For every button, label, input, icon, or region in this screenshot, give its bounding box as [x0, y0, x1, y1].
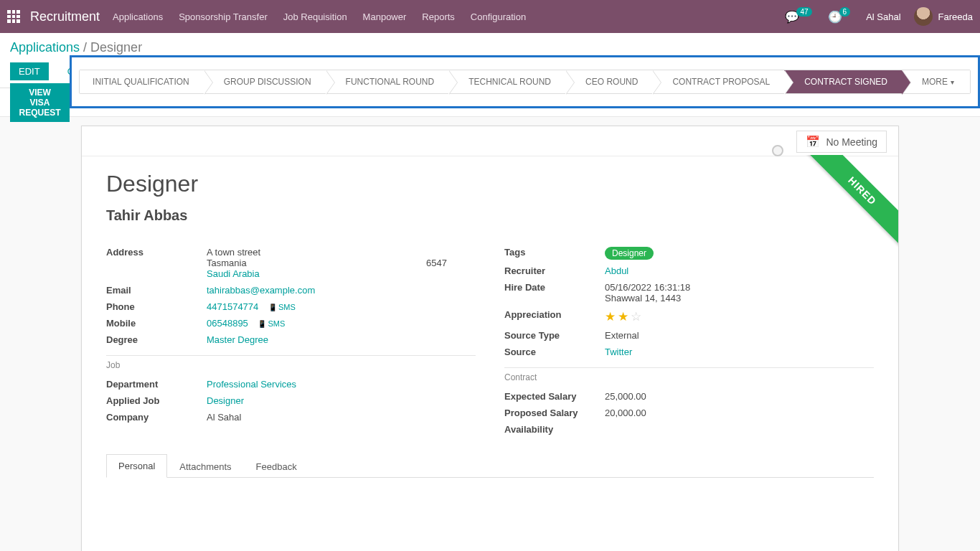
- stage-initial-qualification[interactable]: INITIAL QUALIFICATION: [80, 70, 204, 93]
- label-hire-date: Hire Date: [504, 282, 605, 293]
- expected-salary-value: 25,000.00: [605, 391, 874, 402]
- label-degree: Degree: [106, 334, 207, 345]
- star-1[interactable]: ★: [605, 309, 616, 324]
- label-address: Address: [106, 247, 207, 258]
- candidate-name: Tahir Abbas: [106, 207, 874, 224]
- recruiter-value[interactable]: Abdul: [605, 265, 628, 276]
- tab-feedback[interactable]: Feedback: [244, 454, 309, 478]
- form-sheet: 📅 No Meeting HIRED Designer Tahir Abbas …: [81, 126, 899, 551]
- calendar-icon: 📅: [806, 135, 820, 149]
- user-menu[interactable]: Fareeda: [914, 7, 973, 26]
- label-source-type: Source Type: [504, 330, 605, 341]
- department-value[interactable]: Professional Services: [207, 379, 296, 390]
- app-brand[interactable]: Recruitment: [30, 9, 100, 24]
- label-source: Source: [504, 347, 605, 357]
- section-job: Job: [106, 360, 476, 370]
- stage-functional-round[interactable]: FUNCTIONAL ROUND: [326, 70, 449, 93]
- tab-personal[interactable]: Personal: [106, 454, 167, 478]
- menu-job-requisition[interactable]: Job Requisition: [283, 11, 347, 22]
- label-company: Company: [106, 412, 207, 423]
- label-expected-salary: Expected Salary: [504, 391, 605, 402]
- label-mobile: Mobile: [106, 318, 207, 329]
- source-type-value: External: [605, 330, 874, 341]
- stage-contract-signed[interactable]: CONTRACT SIGNED: [784, 70, 902, 93]
- address-city: Tasmania: [207, 258, 247, 268]
- stage-ceo-round[interactable]: CEO ROUND: [565, 70, 652, 93]
- view-visa-request-button[interactable]: VIEW VISA REQUEST: [10, 83, 70, 122]
- messages-indicator[interactable]: 💬 47: [785, 10, 814, 24]
- label-recruiter: Recruiter: [504, 265, 605, 276]
- applied-job-value[interactable]: Designer: [207, 395, 244, 406]
- job-title: Designer: [106, 171, 874, 197]
- company-switcher[interactable]: Al Sahal: [866, 11, 900, 22]
- caret-down-icon: ▾: [951, 78, 954, 86]
- proposed-salary-value: 20,000.00: [605, 408, 874, 418]
- avatar: [914, 7, 933, 26]
- mobile-value[interactable]: 06548895: [207, 318, 248, 329]
- breadcrumb-sep: /: [83, 40, 90, 55]
- stage-statusbar: INITIAL QUALIFICATION GROUP DISCUSSION F…: [79, 70, 971, 94]
- stage-more[interactable]: MORE ▾: [902, 70, 970, 93]
- menu-configuration[interactable]: Configuration: [471, 11, 526, 22]
- label-tags: Tags: [504, 247, 605, 258]
- company-value: Al Sahal: [207, 412, 476, 423]
- appreciation-stars[interactable]: ★ ★ ☆: [605, 309, 874, 324]
- edit-button[interactable]: EDIT: [10, 62, 49, 80]
- company-name: Al Sahal: [866, 11, 900, 22]
- stage-contract-proposal[interactable]: CONTRACT PROPOSAL: [652, 70, 784, 93]
- menu-manpower[interactable]: Manpower: [363, 11, 407, 22]
- activities-indicator[interactable]: 🕘 6: [828, 10, 854, 24]
- label-email: Email: [106, 285, 207, 296]
- address-street: A town street: [207, 247, 476, 258]
- hire-date-gregorian: 05/16/2022 16:31:18: [605, 282, 874, 293]
- label-applied-job: Applied Job: [106, 395, 207, 406]
- stage-group-discussion[interactable]: GROUP DISCUSSION: [204, 70, 326, 93]
- kanban-state-indicator[interactable]: [772, 145, 783, 156]
- menu-applications[interactable]: Applications: [113, 11, 163, 22]
- label-department: Department: [106, 379, 207, 390]
- tag-designer[interactable]: Designer: [605, 247, 654, 260]
- source-value[interactable]: Twitter: [605, 347, 632, 357]
- address-zip: 6547: [426, 258, 476, 268]
- activities-badge: 6: [839, 7, 851, 17]
- apps-icon[interactable]: [7, 10, 20, 23]
- mobile-sms-link[interactable]: SMS: [258, 319, 285, 328]
- messages-badge: 47: [796, 7, 811, 17]
- user-name: Fareeda: [938, 11, 973, 22]
- menu-sponsorship-transfer[interactable]: Sponsorship Transfer: [179, 11, 268, 22]
- stage-more-label: MORE: [922, 77, 948, 87]
- detail-tabs: Personal Attachments Feedback: [106, 453, 874, 478]
- star-2[interactable]: ★: [618, 309, 628, 324]
- menu-reports[interactable]: Reports: [422, 11, 455, 22]
- breadcrumb-root[interactable]: Applications: [10, 40, 80, 55]
- breadcrumb-current: Designer: [90, 40, 142, 55]
- phone-sms-link[interactable]: SMS: [268, 303, 296, 311]
- email-value[interactable]: tahirabbas@example.com: [207, 285, 315, 296]
- meeting-label: No Meeting: [826, 136, 877, 148]
- phone-value[interactable]: 4471574774: [207, 301, 258, 312]
- breadcrumb: Applications / Designer: [10, 40, 970, 55]
- hire-date-hijri: Shawwal 14, 1443: [605, 293, 874, 303]
- degree-value[interactable]: Master Degree: [207, 334, 268, 345]
- stage-statusbar-highlight: INITIAL QUALIFICATION GROUP DISCUSSION F…: [70, 55, 980, 108]
- stage-technical-round[interactable]: TECHNICAL ROUND: [448, 70, 565, 93]
- address-country[interactable]: Saudi Arabia: [207, 268, 260, 279]
- star-3[interactable]: ☆: [631, 309, 641, 324]
- label-phone: Phone: [106, 301, 207, 312]
- tab-attachments[interactable]: Attachments: [167, 454, 243, 478]
- label-appreciation: Appreciation: [504, 309, 605, 320]
- label-availability: Availability: [504, 424, 605, 435]
- section-contract: Contract: [504, 372, 874, 382]
- label-proposed-salary: Proposed Salary: [504, 408, 605, 418]
- meeting-button[interactable]: 📅 No Meeting: [796, 131, 887, 153]
